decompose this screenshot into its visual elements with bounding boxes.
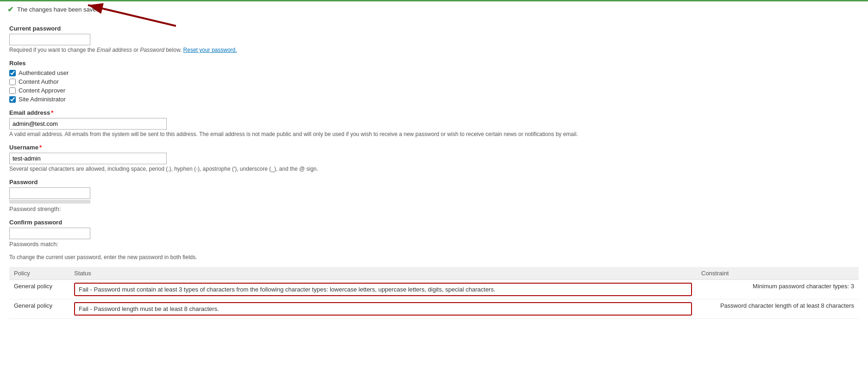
fail-message-1: Fail - Password must contain at least 3 … — [74, 283, 692, 296]
role-item-content-approver: Content Approver — [9, 87, 859, 94]
role-item-content-author: Content Author — [9, 78, 859, 85]
username-help: Several special characters are allowed, … — [9, 166, 859, 172]
constraint-cell-1: Minimum password character types: 3 — [697, 280, 859, 299]
role-checkbox-site-admin[interactable] — [9, 96, 16, 103]
main-content: Current password Required if you want to… — [0, 18, 868, 326]
table-row: General policy Fail - Password length mu… — [9, 299, 859, 319]
policy-cell-2: General policy — [9, 299, 69, 319]
col-header-policy: Policy — [9, 267, 69, 280]
constraint-cell-2: Password character length of at least 8 … — [697, 299, 859, 319]
change-notice: To change the current user password, ent… — [9, 254, 859, 260]
success-bar: ✔ The changes have been saved. — [0, 0, 868, 18]
table-row: General policy Fail - Password must cont… — [9, 280, 859, 299]
fail-message-2: Fail - Password length must be at least … — [74, 302, 692, 316]
confirm-password-input[interactable] — [9, 228, 90, 239]
roles-section: Roles Authenticated user Content Author … — [9, 60, 859, 103]
status-cell-2: Fail - Password length must be at least … — [69, 299, 697, 319]
svg-line-1 — [88, 5, 176, 26]
role-checkbox-content-approver[interactable] — [9, 87, 16, 94]
confirm-password-label: Confirm password — [9, 219, 859, 226]
role-checkbox-content-author[interactable] — [9, 79, 16, 85]
passwords-match-label: Passwords match: — [9, 241, 859, 248]
password-group: Password Password strength: — [9, 179, 859, 212]
arrow-decoration — [74, 0, 176, 28]
confirm-password-group: Confirm password Passwords match: — [9, 219, 859, 248]
role-label-authenticated: Authenticated user — [19, 69, 69, 76]
password-label: Password — [9, 179, 859, 186]
email-input[interactable] — [9, 118, 167, 130]
username-input[interactable] — [9, 153, 167, 164]
email-help: A valid email address. All emails from t… — [9, 131, 859, 137]
current-password-group: Current password Required if you want to… — [9, 25, 859, 53]
role-checkbox-authenticated[interactable] — [9, 70, 16, 76]
role-label-content-approver: Content Approver — [19, 87, 65, 94]
role-label-content-author: Content Author — [19, 78, 59, 85]
password-input[interactable] — [9, 187, 90, 199]
password-strength-bar — [9, 200, 90, 204]
col-header-constraint: Constraint — [697, 267, 859, 280]
email-group: Email address* A valid email address. Al… — [9, 109, 859, 137]
username-label: Username* — [9, 144, 859, 151]
current-password-input[interactable] — [9, 34, 90, 45]
email-label: Email address* — [9, 109, 859, 116]
col-header-status: Status — [69, 267, 697, 280]
current-password-help: Required if you want to change the Email… — [9, 47, 859, 53]
check-icon: ✔ — [7, 5, 13, 14]
role-label-site-admin: Site Administrator — [19, 96, 66, 103]
status-cell-1: Fail - Password must contain at least 3 … — [69, 280, 697, 299]
reset-password-link[interactable]: Reset your password. — [183, 47, 237, 53]
policy-table: Policy Status Constraint General policy … — [9, 267, 859, 319]
password-strength-label: Password strength: — [9, 205, 859, 212]
role-item-site-admin: Site Administrator — [9, 96, 859, 103]
role-item-authenticated: Authenticated user — [9, 69, 859, 76]
username-group: Username* Several special characters are… — [9, 144, 859, 172]
roles-label: Roles — [9, 60, 859, 67]
policy-cell-1: General policy — [9, 280, 69, 299]
